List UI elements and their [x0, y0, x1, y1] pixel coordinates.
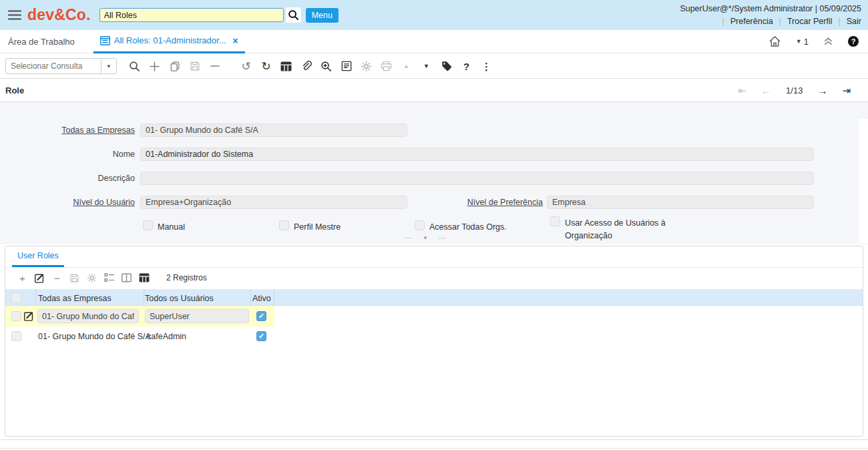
record-navigation: ⇤ ← 1/13 → ⇥: [738, 85, 851, 95]
window-title: Role: [5, 85, 24, 95]
tab-bar: Área de Trabalho All Roles: 01-Administr…: [0, 30, 868, 53]
previous-caret-icon[interactable]: ▲: [400, 59, 413, 73]
global-search: [99, 7, 301, 23]
help-icon[interactable]: ?: [848, 36, 859, 47]
close-tab-icon[interactable]: ×: [232, 35, 238, 46]
row-user-field[interactable]: [145, 309, 249, 323]
idempiere-window: dev&Co. Menu SuperUser@*/System Administ…: [0, 0, 868, 450]
client-field[interactable]: [140, 124, 407, 137]
label-icon[interactable]: [440, 59, 453, 73]
tab-user-roles[interactable]: User Roles: [12, 246, 64, 267]
new-record-icon[interactable]: [148, 59, 161, 73]
use-user-org-access-checkbox[interactable]: [550, 216, 560, 226]
user-level-label[interactable]: Nível do Usuário: [5, 198, 135, 207]
master-role-checkbox[interactable]: [279, 220, 289, 230]
logout-link[interactable]: Sair: [847, 17, 861, 26]
tab-all-roles[interactable]: All Roles: 01-Administrador... ×: [93, 30, 245, 53]
open-windows-count: 1: [804, 37, 809, 47]
description-field[interactable]: [140, 172, 814, 185]
window-help-icon[interactable]: ?: [460, 59, 473, 73]
use-user-org-access-checkbox-row: Usar Acesso de Usuários à Organização: [550, 216, 680, 243]
use-user-org-access-label: Usar Acesso de Usuários à Organização: [565, 216, 680, 243]
toggle-grid-icon[interactable]: [280, 59, 292, 73]
detail-toolbar: + − 2 Registros: [5, 268, 863, 287]
column-header-user[interactable]: Todos os Usuários: [145, 290, 214, 306]
next-caret-icon[interactable]: ▼: [420, 59, 433, 73]
preferences-link[interactable]: Preferência: [730, 17, 773, 26]
customize-grid-icon[interactable]: [86, 272, 97, 284]
pane-splitter-handle[interactable]: ⋯ ▼ ⋯: [405, 234, 446, 242]
quick-entry-icon[interactable]: [103, 272, 115, 284]
tab-workspace[interactable]: Área de Trabalho: [8, 37, 75, 47]
detail-pane: User Roles + − 2 Registros: [5, 246, 863, 437]
search-icon: [288, 9, 299, 21]
form-scrollbar[interactable]: [859, 119, 868, 243]
edit-record-icon[interactable]: [23, 310, 35, 322]
refresh-icon[interactable]: ↻: [260, 59, 272, 73]
column-header-active[interactable]: Ativo: [252, 290, 271, 306]
master-role-label: Perfil Mestre: [294, 220, 341, 234]
access-all-orgs-checkbox[interactable]: [415, 220, 425, 230]
main-toolbar: ▼ ↺ ↻: [0, 54, 868, 79]
access-all-orgs-label: Acessar Todas Orgs.: [429, 220, 507, 234]
row-client-field[interactable]: [37, 309, 139, 323]
records-count: 2 Registros: [166, 273, 207, 282]
name-field[interactable]: [140, 148, 814, 161]
manual-checkbox[interactable]: [143, 220, 153, 230]
user-area: SuperUser@*/System Administrator | 05/09…: [680, 4, 868, 26]
description-label: Descrição: [5, 174, 135, 183]
chat-notes-icon[interactable]: [340, 59, 353, 73]
table-row-selected[interactable]: [5, 306, 274, 326]
delete-record-icon[interactable]: [208, 59, 221, 73]
toggle-grid-view-icon[interactable]: [138, 272, 150, 284]
top-bar: dev&Co. Menu SuperUser@*/System Administ…: [0, 0, 868, 30]
row-active-checkbox[interactable]: [256, 311, 266, 321]
client-label[interactable]: Todas as Empresas: [5, 126, 135, 135]
next-record-icon[interactable]: →: [817, 85, 827, 95]
hamburger-menu-icon[interactable]: [8, 10, 21, 20]
attachment-icon[interactable]: [300, 59, 312, 73]
row-select-checkbox[interactable]: [11, 311, 21, 321]
customize-icon[interactable]: [360, 59, 373, 73]
access-all-orgs-checkbox-row: Acessar Todas Orgs.: [415, 220, 507, 234]
preference-level-field[interactable]: [547, 196, 814, 209]
zoom-across-icon[interactable]: [320, 59, 333, 73]
column-header-client[interactable]: Todas as Empresas: [38, 290, 112, 306]
preference-level-label[interactable]: Nível de Preferência: [409, 198, 543, 207]
find-record-icon[interactable]: [128, 59, 141, 73]
print-icon[interactable]: [380, 59, 393, 73]
undo-icon[interactable]: ↺: [240, 59, 252, 73]
saved-query-dropdown-icon[interactable]: ▼: [101, 58, 117, 74]
select-all-checkbox[interactable]: [11, 292, 21, 302]
add-row-icon[interactable]: +: [17, 272, 28, 284]
copy-record-icon[interactable]: [168, 59, 181, 73]
menu-button[interactable]: Menu: [306, 8, 339, 23]
row-active-checkbox[interactable]: [256, 331, 266, 341]
global-search-input[interactable]: [99, 8, 284, 22]
open-windows-dropdown[interactable]: ▼ 1: [796, 37, 809, 47]
previous-record-icon[interactable]: ←: [761, 85, 771, 95]
save-row-icon[interactable]: [69, 272, 80, 284]
save-icon[interactable]: [188, 59, 201, 73]
user-level-field[interactable]: [140, 196, 407, 209]
global-search-button[interactable]: [286, 7, 301, 23]
toggle-panel-icon[interactable]: [121, 272, 132, 284]
splitter-dots-icon: ⋯: [439, 234, 446, 242]
manual-checkbox-row: Manual: [143, 220, 185, 234]
saved-query-input[interactable]: [5, 58, 101, 74]
row-select-checkbox[interactable]: [11, 331, 21, 341]
master-role-checkbox-row: Perfil Mestre: [279, 220, 341, 234]
delete-row-icon[interactable]: −: [51, 272, 63, 284]
edit-row-icon[interactable]: [34, 272, 45, 284]
row-user-value: cafeAdmin: [147, 332, 186, 341]
switch-role-link[interactable]: Trocar Perfil: [787, 17, 833, 26]
collapse-header-icon[interactable]: [823, 37, 833, 46]
record-position: 1/13: [786, 85, 803, 95]
home-icon[interactable]: [769, 35, 781, 47]
first-record-icon[interactable]: ⇤: [738, 85, 747, 95]
last-record-icon[interactable]: ⇥: [842, 85, 851, 95]
user-roles-table-header: Todas as Empresas Todos os Usuários Ativ…: [5, 289, 863, 306]
detail-tab-bar: User Roles: [5, 246, 863, 268]
table-row[interactable]: 01- Grupo Mundo do Café S/A cafeAdmin: [5, 326, 274, 347]
more-options-icon[interactable]: ⋮: [480, 59, 493, 73]
